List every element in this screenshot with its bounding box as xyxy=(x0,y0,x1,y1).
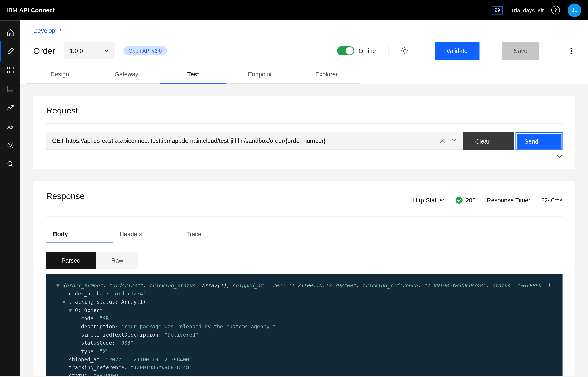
body-view-toggle: Parsed Raw xyxy=(46,252,563,269)
page-title: Order xyxy=(33,46,55,56)
raw-button[interactable]: Raw xyxy=(96,252,139,269)
tab-design[interactable]: Design xyxy=(26,66,93,84)
online-toggle[interactable] xyxy=(337,46,354,56)
svg-point-9 xyxy=(9,144,12,146)
svg-point-7 xyxy=(8,124,10,126)
clear-button[interactable]: Clear xyxy=(463,132,514,150)
catalog-icon[interactable] xyxy=(6,66,15,74)
gear-icon[interactable] xyxy=(400,47,409,55)
svg-rect-4 xyxy=(8,86,13,92)
search-icon[interactable] xyxy=(6,160,15,168)
send-button[interactable]: Send xyxy=(517,134,561,149)
svg-rect-0 xyxy=(7,67,9,69)
members-icon[interactable] xyxy=(6,122,15,131)
svg-point-12 xyxy=(403,49,406,52)
response-panel: Response Http Status: 200 Response Time:… xyxy=(33,181,576,376)
send-button-wrap: Send xyxy=(515,132,563,150)
validate-button[interactable]: Validate xyxy=(435,42,480,60)
svg-point-8 xyxy=(11,125,13,126)
response-heading: Response xyxy=(46,191,85,201)
settings-icon[interactable] xyxy=(6,141,15,150)
breadcrumb-root[interactable]: Develop xyxy=(33,27,55,34)
title-row: Order 1.0.0 Open API v2.0 Online Validat… xyxy=(21,38,588,66)
tab-test[interactable]: Test xyxy=(160,66,227,84)
avatar[interactable]: JL xyxy=(567,3,581,17)
request-url-value: GET https://api.us-east-a.apiconnect.tes… xyxy=(52,137,326,144)
breadcrumb-sep: / xyxy=(60,27,61,34)
help-icon[interactable]: ? xyxy=(551,6,560,15)
status-label: Http Status: xyxy=(413,197,444,204)
response-time-value: 2240ms xyxy=(541,197,563,204)
subtab-body[interactable]: Body xyxy=(46,225,113,244)
version-value: 1.0.0 xyxy=(70,47,83,54)
home-icon[interactable] xyxy=(6,28,15,37)
breadcrumb: Develop / xyxy=(21,21,588,38)
clear-input-icon[interactable] xyxy=(439,138,445,144)
svg-point-10 xyxy=(8,162,12,166)
subtab-headers[interactable]: Headers xyxy=(113,225,179,244)
trial-days-label: Trial days left xyxy=(511,7,544,13)
top-header: IBM API Connect 29 Trial days left ? JL xyxy=(0,0,588,21)
request-panel: Request GET https://api.us-east-a.apicon… xyxy=(33,96,576,169)
brand-product: API Connect xyxy=(19,7,55,14)
spec-badge: Open API v2.0 xyxy=(124,46,167,56)
response-time-label: Response Time: xyxy=(487,197,530,204)
svg-rect-3 xyxy=(11,71,13,73)
version-select[interactable]: 1.0.0 xyxy=(64,42,115,59)
response-body-json[interactable]: ▼ {order_number: "order1234", tracking_s… xyxy=(46,274,563,376)
data-icon[interactable] xyxy=(6,84,15,93)
expand-request-icon[interactable] xyxy=(556,155,563,159)
trial-days-badge: 29 xyxy=(491,6,503,15)
tab-gateway[interactable]: Gateway xyxy=(93,66,160,84)
develop-icon[interactable] xyxy=(6,47,15,56)
subtab-trace[interactable]: Trace xyxy=(180,225,246,244)
main-tabs: Design Gateway Test Endpoint Explorer xyxy=(21,66,588,84)
request-url-input[interactable]: GET https://api.us-east-a.apiconnect.tes… xyxy=(46,132,463,150)
analytics-icon[interactable] xyxy=(6,103,15,112)
save-button[interactable]: Save xyxy=(502,42,539,60)
svg-line-11 xyxy=(12,165,13,167)
tab-explorer[interactable]: Explorer xyxy=(293,66,360,84)
status-ok-icon xyxy=(455,197,462,204)
parsed-button[interactable]: Parsed xyxy=(46,252,96,269)
status-code: 200 xyxy=(466,197,476,204)
brand: IBM API Connect xyxy=(7,7,55,14)
online-label: Online xyxy=(359,47,376,54)
tab-endpoint[interactable]: Endpoint xyxy=(227,66,293,84)
request-heading: Request xyxy=(46,106,563,116)
chevron-down-icon[interactable] xyxy=(452,138,457,144)
response-subtabs: Body Headers Trace xyxy=(46,225,563,244)
svg-rect-2 xyxy=(7,71,9,73)
sidebar xyxy=(0,21,21,376)
svg-rect-1 xyxy=(11,67,13,69)
overflow-menu-icon[interactable] xyxy=(567,47,575,54)
brand-prefix: IBM xyxy=(7,7,19,14)
main-content: Develop / Order 1.0.0 Open API v2.0 Onli… xyxy=(21,21,588,376)
chevron-down-icon xyxy=(104,49,109,52)
